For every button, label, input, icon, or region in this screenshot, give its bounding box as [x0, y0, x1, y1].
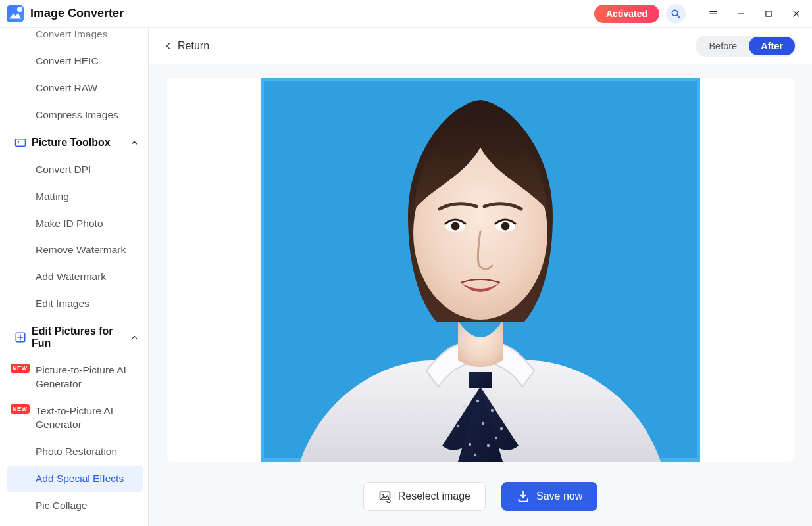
activated-badge[interactable]: Activated	[594, 5, 659, 23]
sidebar-item-remove-watermark[interactable]: Remove Watermark	[0, 237, 148, 264]
svg-point-4	[18, 141, 19, 142]
svg-point-14	[476, 400, 479, 402]
chevron-up-icon	[130, 333, 139, 342]
sidebar-item-add-special-effects[interactable]: Add Special Effects	[7, 466, 143, 492]
main-panel: Return Before After	[149, 28, 812, 526]
preview-image	[261, 78, 700, 462]
sidebar-item-add-watermark[interactable]: Add Watermark	[0, 264, 148, 291]
search-icon	[671, 9, 681, 19]
sidebar-section-picture-toolbox[interactable]: Picture Toolbox	[0, 129, 148, 156]
toggle-before[interactable]: Before	[697, 37, 749, 55]
svg-line-1	[677, 15, 680, 18]
main-top-row: Return Before After	[149, 28, 812, 64]
before-after-toggle: Before After	[696, 36, 796, 57]
save-now-button[interactable]: Save now	[501, 482, 597, 511]
reselect-image-button[interactable]: Reselect image	[363, 482, 486, 511]
image-canvas	[167, 78, 794, 462]
svg-rect-3	[16, 139, 26, 146]
hamburger-icon	[709, 9, 718, 18]
svg-point-19	[469, 443, 471, 446]
reselect-label: Reselect image	[398, 490, 470, 502]
svg-point-24	[382, 494, 384, 496]
svg-point-11	[451, 222, 460, 231]
toggle-after[interactable]: After	[749, 37, 795, 55]
sidebar-item-photo-restoration[interactable]: Photo Restoration	[0, 439, 148, 466]
svg-point-17	[482, 422, 484, 425]
menu-button[interactable]	[703, 3, 724, 24]
svg-point-20	[487, 444, 490, 447]
toolbox-icon	[14, 137, 26, 149]
sidebar-item-convert-heic[interactable]: Convert HEIC	[0, 48, 148, 75]
svg-point-21	[495, 437, 497, 439]
title-bar: Image Converter Activated	[0, 0, 812, 28]
sidebar-section-edit-for-fun[interactable]: Edit Pictures for Fun	[0, 318, 148, 357]
sidebar-item-text2pic-ai[interactable]: NEW Text-to-Picture AI Generator	[0, 398, 148, 439]
save-label: Save now	[536, 490, 582, 502]
return-button[interactable]: Return	[165, 40, 209, 52]
new-badge: NEW	[11, 364, 30, 373]
sparkle-icon	[14, 331, 26, 343]
search-button[interactable]	[666, 4, 686, 24]
app-title: Image Converter	[30, 7, 124, 20]
maximize-icon	[764, 9, 773, 18]
minimize-icon	[736, 9, 746, 18]
bottom-action-bar: Reselect image Save now	[149, 467, 812, 526]
sidebar-section-label: Edit Pictures for Fun	[32, 325, 125, 349]
close-icon	[792, 9, 801, 18]
return-label: Return	[178, 40, 209, 52]
sidebar-item-convert-images[interactable]: Convert Images	[0, 28, 148, 48]
svg-point-22	[474, 454, 476, 456]
download-icon	[517, 490, 530, 503]
sidebar-item-label: Text-to-Picture AI Generator	[36, 405, 113, 430]
sidebar-item-edit-images[interactable]: Edit Images	[0, 291, 148, 318]
svg-point-16	[457, 425, 459, 427]
minimize-button[interactable]	[730, 3, 751, 24]
sidebar-item-matting[interactable]: Matting	[0, 183, 148, 210]
sidebar-item-label: Picture-to-Picture AI Generator	[36, 364, 126, 389]
sidebar[interactable]: Convert Images Convert HEIC Convert RAW …	[0, 28, 149, 526]
svg-point-15	[491, 409, 494, 412]
sidebar-item-compress-images[interactable]: Compress Images	[0, 102, 148, 129]
chevron-left-icon	[165, 42, 172, 50]
new-badge: NEW	[11, 404, 30, 414]
sidebar-item-make-id-photo[interactable]: Make ID Photo	[0, 210, 148, 237]
svg-point-12	[501, 222, 510, 231]
svg-point-13	[463, 405, 466, 408]
close-button[interactable]	[786, 3, 807, 24]
svg-rect-2	[766, 11, 771, 16]
svg-point-18	[500, 427, 503, 430]
maximize-button[interactable]	[758, 3, 779, 24]
app-logo-icon	[7, 5, 24, 22]
sidebar-item-convert-dpi[interactable]: Convert DPI	[0, 156, 148, 183]
sidebar-item-pic-collage[interactable]: Pic Collage	[0, 492, 148, 519]
chevron-up-icon	[130, 138, 139, 147]
sidebar-section-label: Picture Toolbox	[32, 137, 111, 149]
sidebar-item-pic2pic-ai[interactable]: NEW Picture-to-Picture AI Generator	[0, 357, 148, 398]
sidebar-item-convert-raw[interactable]: Convert RAW	[0, 75, 148, 102]
image-refresh-icon	[378, 490, 392, 503]
